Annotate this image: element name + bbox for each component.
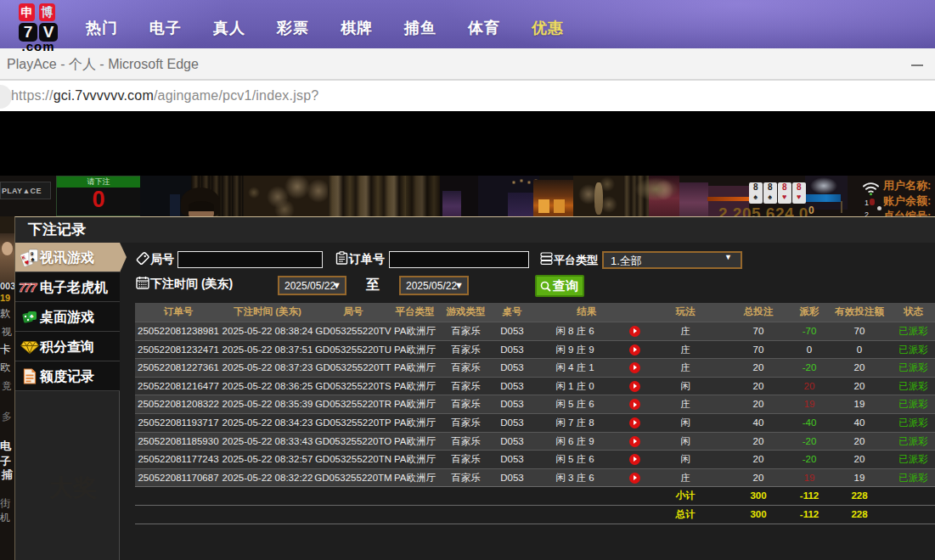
svg-text:♠: ♠ xyxy=(31,255,35,263)
svg-text:777: 777 xyxy=(19,281,37,294)
svg-text:♣: ♣ xyxy=(30,313,34,319)
